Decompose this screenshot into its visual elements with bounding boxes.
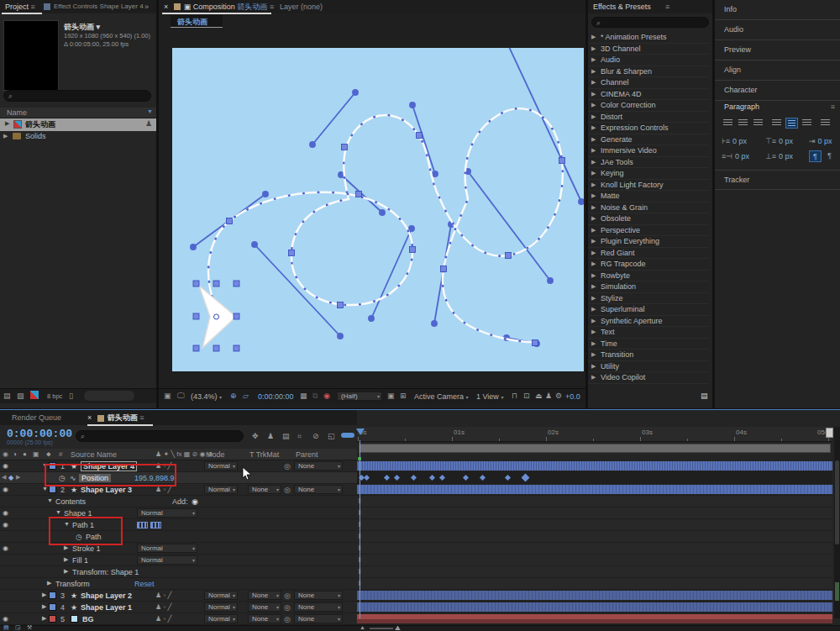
twirl-icon[interactable]: ▶	[591, 306, 596, 313]
channels-icon[interactable]: ◉	[323, 392, 330, 400]
stopwatch-icon[interactable]: ◷	[76, 533, 82, 541]
effects-category[interactable]: ▶Obsolete	[588, 213, 709, 225]
project-item-comp[interactable]: ▶ 箭头动画 ♟	[0, 118, 156, 131]
trkmat-dropdown[interactable]: None▾	[248, 485, 281, 494]
mode-dropdown[interactable]: Normal▾	[137, 508, 197, 518]
layer-name[interactable]: Path 1	[72, 521, 94, 529]
keyframe[interactable]	[364, 475, 370, 481]
twirl-icon[interactable]: ▶	[591, 283, 596, 290]
layer-switches[interactable]: ♟ ◦ ╱	[155, 462, 171, 470]
track-row[interactable]: I	[357, 566, 832, 578]
layer-name[interactable]: Transform	[55, 580, 90, 588]
effects-category[interactable]: ▶Plugin Everything	[588, 236, 709, 248]
layer-switches[interactable]: ♟ ◦ ╱	[155, 486, 171, 493]
target-icon[interactable]: ▣	[387, 392, 395, 400]
eye-icon[interactable]: ◉	[3, 544, 8, 552]
track-row[interactable]	[357, 484, 832, 496]
sidebar-panel-align[interactable]: Align	[715, 60, 840, 81]
effects-title[interactable]: Effects & Presets	[593, 3, 651, 11]
mode-dropdown[interactable]: Normal▾	[204, 614, 238, 623]
layer-duration-bar[interactable]	[357, 602, 832, 612]
effects-search-input[interactable]: ⌕	[591, 17, 709, 28]
track-row[interactable]: I	[357, 578, 832, 590]
new-folder-icon[interactable]: ▨	[17, 392, 24, 400]
parent-dropdown[interactable]: None▾	[294, 602, 343, 612]
eye-icon[interactable]: ◉	[3, 486, 8, 493]
exposure-value[interactable]: +0.0	[565, 392, 580, 401]
twirl-icon[interactable]: ▶	[591, 124, 596, 131]
interpret-footage-icon[interactable]: ▤	[3, 392, 11, 400]
layer-name[interactable]: Contents	[55, 497, 86, 506]
track-row[interactable]	[357, 613, 832, 625]
track-row[interactable]	[357, 590, 832, 602]
track-row[interactable]: I	[357, 555, 832, 566]
effects-category[interactable]: ▶Distort	[588, 112, 709, 124]
timeline-nav-icon[interactable]: ⏏	[535, 392, 543, 400]
effects-category[interactable]: ▶CINEMA 4D	[588, 89, 709, 101]
effects-category[interactable]: ▶Keying	[588, 168, 709, 180]
layer-name[interactable]: Path	[86, 533, 102, 541]
layer-row-fill-1[interactable]: ▶Fill 1Normal▾	[0, 555, 357, 566]
effects-category[interactable]: ▶Utility	[588, 361, 709, 373]
indent-first-field[interactable]: ⇥0 px	[809, 137, 832, 145]
next-keyframe-icon[interactable]: ▶	[16, 474, 20, 481]
track-row[interactable]: I	[357, 543, 832, 555]
effects-category[interactable]: ▶Synthetic Aperture	[588, 316, 709, 328]
twirl-icon[interactable]: ▶	[591, 374, 596, 381]
twirl-icon[interactable]: ▶	[591, 68, 596, 75]
parent-pickwhip-icon[interactable]: ◎	[284, 603, 291, 612]
layer-duration-bar[interactable]	[357, 614, 832, 623]
sidebar-panel-character[interactable]: Character	[715, 81, 840, 101]
effects-category[interactable]: ▶Red Giant	[588, 248, 709, 260]
panel-overflow-icon[interactable]: »	[144, 0, 149, 13]
new-composition-icon[interactable]	[30, 391, 39, 399]
twirl-icon[interactable]: ▶	[591, 340, 596, 347]
layer-switches[interactable]: ♟ ◦ ╱	[155, 603, 171, 611]
twirl-icon[interactable]: ▶	[591, 113, 596, 120]
parent-dropdown[interactable]: None▾	[294, 485, 343, 494]
zoom-out-mountain-icon[interactable]: ▲	[360, 624, 365, 630]
twirl-icon[interactable]: ▶	[42, 615, 46, 622]
view-dropdown[interactable]: 1 View ▾	[476, 392, 503, 401]
keyframe[interactable]	[480, 475, 486, 481]
twirl-icon[interactable]: ▼	[47, 497, 53, 503]
keyframe[interactable]	[384, 475, 390, 481]
layer-row-transform[interactable]: ▶TransformReset	[0, 578, 357, 590]
layer-row-shape-layer-1[interactable]: ▶4★Shape Layer 1♟ ◦ ╱Normal▾None▾◎None▾	[0, 602, 357, 613]
sidebar-panel-audio[interactable]: Audio	[715, 20, 840, 40]
tab-composition[interactable]: × ▣ Composition 箭头动画 ≡	[164, 0, 274, 13]
mode-dropdown[interactable]: Normal▾	[137, 555, 197, 565]
effects-category[interactable]: ▶Blur & Sharpen	[588, 66, 709, 78]
stopwatch-icon[interactable]: ◷	[59, 474, 66, 482]
text-direction-rtl-button[interactable]: ¶	[823, 150, 836, 162]
layer-row-shape-layer-4[interactable]: ◉▼1★Shape Layer 4♟ ◦ ╱Normal▾◎None▾	[0, 460, 357, 472]
parent-dropdown[interactable]: None▾	[294, 614, 343, 623]
indent-right-field[interactable]: ≡⊣0 px	[722, 152, 749, 160]
layer-switches[interactable]: ♟ ◦ ╱	[155, 592, 171, 599]
effects-category[interactable]: ▶Immersive Video	[588, 145, 709, 157]
twirl-icon[interactable]: ▶	[591, 260, 596, 267]
justify-last-left-button[interactable]	[770, 118, 783, 129]
layer-row-contents[interactable]: ▼ContentsAdd:◉	[0, 496, 357, 507]
twirl-icon[interactable]: ▶	[47, 580, 51, 586]
layer-name[interactable]: Shape Layer 4	[81, 461, 137, 471]
justify-all-button[interactable]	[819, 118, 832, 129]
tab-project[interactable]: Project ≡	[5, 0, 35, 13]
comp-canvas[interactable]	[172, 48, 584, 371]
layer-name[interactable]: Fill 1	[72, 556, 88, 565]
effects-category[interactable]: ▶* Animation Presets	[588, 32, 709, 44]
prev-keyframe-icon[interactable]: ◀	[2, 474, 6, 481]
layer-row-position[interactable]: ◀◆▶◷∿Position195.9,898.9	[0, 472, 357, 484]
layer-color-chip[interactable]	[49, 462, 56, 470]
twirl-icon[interactable]: ▶	[591, 45, 596, 52]
twirl-icon[interactable]: ▶	[591, 170, 596, 176]
timeline-zoom-slider[interactable]	[370, 628, 393, 629]
flowchart-icon[interactable]: ♟	[545, 392, 552, 400]
tab-effect-controls[interactable]: Effect Controls Shape Layer 4	[54, 0, 144, 13]
effects-category[interactable]: ▶Knoll Light Factory	[588, 180, 709, 192]
effects-category[interactable]: ▶Transition	[588, 350, 709, 361]
layer-name[interactable]: Shape Layer 2	[81, 592, 132, 600]
effects-category[interactable]: ▶Rowbyte	[588, 271, 709, 282]
twirl-icon[interactable]: ▶	[591, 181, 596, 188]
twirl-icon[interactable]: ▶	[42, 592, 46, 598]
